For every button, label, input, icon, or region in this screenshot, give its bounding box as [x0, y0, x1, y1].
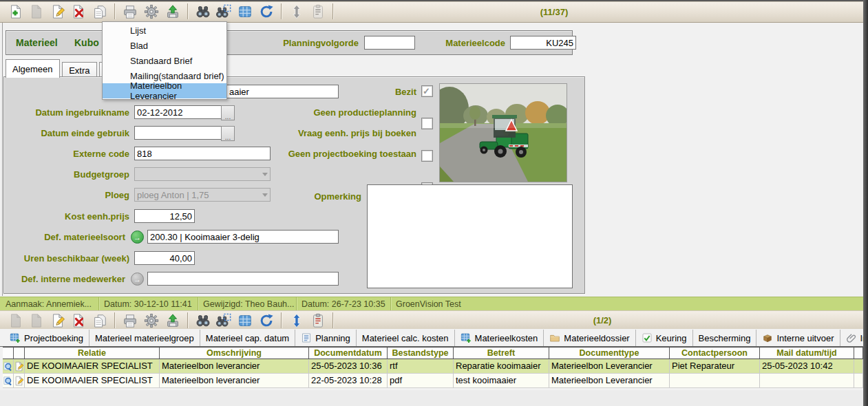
clipboard-button[interactable] [308, 3, 327, 20]
menu-item-standaard-brief[interactable]: Standaard Brief [103, 53, 226, 68]
opmerking-label: Opmerking [275, 191, 361, 202]
col-header-relatie[interactable]: Relatie [25, 347, 160, 359]
tab-algemeen[interactable]: Algemeen [6, 59, 60, 78]
edit-document-icon[interactable] [14, 374, 25, 388]
datum-einde-gebruik-input[interactable] [134, 126, 225, 140]
new-record-button[interactable] [6, 312, 25, 329]
cell-documenttype: Materieelbon Leverancier [549, 374, 670, 388]
copy-record-button[interactable] [91, 3, 109, 20]
cell-bestandstype: pdf [388, 374, 454, 388]
cell-betreft: Reparatie kooimaaier [454, 359, 549, 374]
table-empty-area [0, 390, 863, 406]
menu-item-lijst[interactable]: Lijst [103, 23, 226, 38]
tab-keuring[interactable]: Keuring [636, 330, 693, 346]
tab-interne-uitvoer[interactable]: Interne uitvoer [756, 330, 840, 346]
grid-view-button[interactable] [236, 312, 255, 329]
col-header-documenttype[interactable]: Documenttype [549, 347, 670, 359]
table-header-icon-col [14, 347, 25, 359]
export-button[interactable] [163, 312, 182, 329]
tab-materieeldossier[interactable]: Materieeldossier [544, 330, 635, 346]
menu-item-blad[interactable]: Blad [103, 38, 226, 53]
grid-view-button[interactable] [236, 3, 255, 20]
datum-einde-gebruik-browse-button[interactable]: ... [221, 126, 235, 141]
col-header-betreft[interactable]: Betreft [454, 347, 549, 359]
cell-betreft: test kooimaaier [454, 374, 549, 388]
datum-ingebruikname-input[interactable]: 02-12-2012 [134, 105, 225, 119]
def-materieelsoort-input[interactable]: 200.30 | Kooimaaier 3-delig [147, 230, 339, 244]
tab-materieel-materieelgroep[interactable]: Materieel materieelgroep [89, 330, 200, 346]
settings-gear-button[interactable] [142, 312, 160, 329]
tab-materieelkosten[interactable]: Materieelkosten [455, 330, 544, 346]
vraag-eenh-prijs-checkbox[interactable]: ✓ [421, 150, 433, 162]
cell-relatie: DE KOOIMAAIER SPECIALIST [25, 359, 160, 374]
col-header-bestandstype[interactable]: Bestandstype [388, 347, 454, 359]
col-header-omschrijving[interactable]: Omschrijving [160, 347, 309, 359]
refresh-button[interactable] [257, 3, 275, 20]
tab-planning[interactable]: Planning [295, 330, 357, 346]
def-interne-medewerker-input[interactable] [147, 272, 339, 286]
refresh-button[interactable] [257, 312, 275, 329]
edit-record-button[interactable] [48, 3, 67, 20]
tab-materieel-cap-datum[interactable]: Materieel cap. datum [200, 330, 295, 346]
tab-bescherming[interactable]: Bescherming [693, 330, 757, 346]
materieelcode-input[interactable]: KU245 [510, 36, 576, 50]
sort-updown-button[interactable] [287, 3, 306, 20]
new-record-button[interactable] [6, 3, 25, 20]
tab-materieel-calc-kosten[interactable]: Materieel calc. kosten [357, 330, 455, 346]
kost-eenh-prijs-input[interactable]: 12,50 [134, 209, 195, 223]
main-toolbar: (11/37) [0, 1, 863, 23]
bezit-checkbox[interactable]: ✓ [421, 85, 433, 97]
externe-code-input[interactable]: 818 [134, 147, 271, 160]
datum-ingebruikname-browse-button[interactable]: ... [221, 105, 235, 120]
uren-beschikbaar-input[interactable]: 40,00 [134, 251, 195, 265]
def-materieelsoort-goto-button[interactable]: → [131, 231, 144, 244]
status-separator [296, 297, 297, 310]
budgetgroep-label: Budgetgroep [0, 169, 129, 180]
preview-magnifier-icon[interactable] [3, 374, 14, 388]
sort-updown-button[interactable] [287, 312, 306, 329]
edit-document-icon[interactable] [14, 359, 25, 374]
delete-record-button[interactable] [70, 3, 88, 20]
search-binoculars-button[interactable] [193, 312, 212, 329]
blank-record-button[interactable] [28, 312, 46, 329]
datum-ingebruikname-label: Datum ingebruikname [0, 107, 129, 118]
geen-productieplanning-checkbox[interactable]: ✓ [421, 118, 433, 129]
status-environment: GroenVision Test [396, 299, 461, 309]
opmerking-textarea[interactable] [367, 184, 573, 288]
col-header-mail-datum-tijd[interactable]: Mail datum/tijd [760, 347, 854, 359]
copy-record-button[interactable] [91, 312, 109, 329]
edit-record-button[interactable] [48, 312, 67, 329]
export-button[interactable] [163, 3, 182, 20]
print-button[interactable] [121, 312, 140, 329]
equipment-photo [439, 83, 567, 182]
record-title: Materieel [16, 37, 58, 48]
settings-gear-button[interactable] [142, 3, 160, 20]
geen-projectboeking-label: Geen projectboeking toestaan [275, 149, 416, 159]
cell-filler [854, 359, 863, 374]
search-selection-button[interactable] [215, 312, 233, 329]
def-interne-medewerker-goto-button[interactable]: → [131, 273, 144, 286]
col-header-documentdatum[interactable]: Documentdatum [309, 347, 388, 359]
tab-projectboeking[interactable]: Projectboeking [4, 330, 89, 346]
blank-record-button[interactable] [28, 3, 46, 20]
check-icon [642, 332, 653, 343]
delete-record-button[interactable] [70, 312, 88, 329]
search-selection-button[interactable] [215, 3, 233, 20]
col-header-contactpersoon[interactable]: Contactpersoon [670, 347, 760, 359]
tab-extra[interactable]: Extra [62, 62, 96, 78]
print-button[interactable] [121, 3, 140, 20]
search-binoculars-button[interactable] [193, 3, 212, 20]
clipboard-button[interactable] [308, 312, 327, 329]
menu-item-materieelbon-leverancier[interactable]: Materieelbon Leverancier [103, 83, 226, 98]
geen-productieplanning-label: Geen productieplanning [289, 107, 416, 118]
kost-eenh-prijs-label: Kost eenh.prijs [0, 211, 129, 222]
ploeg-select[interactable]: ploeg Anton | 1,75 [134, 188, 271, 202]
preview-magnifier-icon[interactable] [3, 359, 14, 374]
budgetgroep-select[interactable] [134, 167, 271, 181]
cell-bestandstype: rtf [388, 359, 454, 374]
cell-documentdatum: 22-05-2023 10:28 [309, 374, 388, 388]
cell-contactpersoon: Piet Reparateur [670, 359, 760, 374]
planningvolgorde-input[interactable] [364, 36, 415, 50]
table-header-filler [854, 347, 863, 359]
cell-relatie: DE KOOIMAAIER SPECIALIST [25, 374, 160, 388]
